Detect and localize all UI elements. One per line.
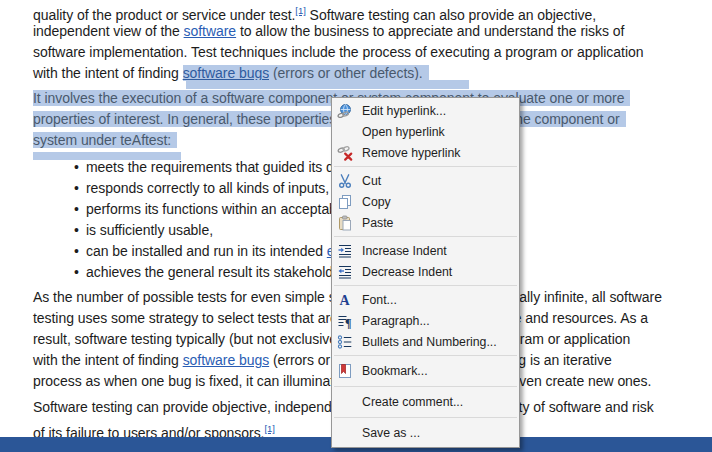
text-line: software implementation. Test techniques… bbox=[33, 42, 643, 63]
text-run: can be installed and run in its intended bbox=[86, 243, 327, 259]
menu-item-label: Open hyperlink bbox=[362, 125, 445, 139]
menu-item-label: Copy bbox=[362, 195, 391, 209]
menu-item-label: Save as ... bbox=[362, 426, 420, 440]
menu-item-paste[interactable]: Paste bbox=[332, 212, 519, 233]
text-line: independent view of the software to allo… bbox=[33, 21, 643, 42]
bullet-marker: • bbox=[74, 157, 79, 178]
decrease-indent-icon bbox=[337, 264, 353, 280]
menu-item-increase-indent[interactable]: Increase Indent bbox=[332, 240, 519, 261]
menu-item-cut[interactable]: Cut bbox=[332, 170, 519, 191]
hyperlink[interactable]: software bugs bbox=[183, 65, 270, 81]
menu-item-label: Bookmark... bbox=[362, 364, 428, 378]
footnote-link[interactable]: [1] bbox=[295, 5, 305, 16]
cut-icon bbox=[337, 173, 353, 189]
menu-item-label: Remove hyperlink bbox=[362, 146, 460, 160]
svg-text:A: A bbox=[340, 293, 351, 308]
menu-item-edit-hyperlink[interactable]: Edit hyperlink... bbox=[332, 100, 519, 121]
menu-item-label: Bullets and Numbering... bbox=[362, 335, 497, 349]
document-canvas: quality of the product or service under … bbox=[0, 0, 712, 452]
menu-separator bbox=[334, 285, 517, 286]
bullets-numbering-icon bbox=[337, 334, 353, 350]
menu-item-paragraph[interactable]: ¶Paragraph... bbox=[332, 310, 519, 331]
paste-icon bbox=[337, 215, 353, 231]
selected-text: system under teAftest: bbox=[33, 132, 177, 148]
hyperlink[interactable]: software bbox=[184, 23, 237, 39]
text-run: to allow the business to appreciate and … bbox=[236, 23, 624, 39]
remove-hyperlink-icon bbox=[337, 145, 353, 161]
bullet-marker: • bbox=[74, 262, 79, 283]
menu-item-bullets-and-numbering[interactable]: Bullets and Numbering... bbox=[332, 331, 519, 352]
bookmark-icon bbox=[337, 363, 353, 379]
menu-item-save-as[interactable]: Save as ... bbox=[332, 421, 519, 445]
paragraph-icon: ¶ bbox=[337, 313, 353, 329]
text-run: with the intent of finding bbox=[33, 65, 183, 81]
paragraph: quality of the product or service under … bbox=[33, 0, 643, 84]
svg-text:¶: ¶ bbox=[345, 316, 351, 329]
copy-icon bbox=[337, 194, 353, 210]
menu-item-bookmark[interactable]: Bookmark... bbox=[332, 359, 519, 383]
footnote-link[interactable]: [1] bbox=[264, 423, 274, 434]
text-run: software implementation. Test techniques… bbox=[33, 44, 643, 60]
selected-text: properties of interest. In general, thes… bbox=[33, 111, 626, 127]
selection-highlight-band bbox=[33, 152, 181, 160]
text-run: independent view of the bbox=[33, 23, 184, 39]
context-menu: Edit hyperlink...Open hyperlinkRemove hy… bbox=[331, 97, 520, 448]
menu-item-create-comment[interactable]: Create comment... bbox=[332, 390, 519, 414]
increase-indent-icon bbox=[337, 243, 353, 259]
bullet-marker: • bbox=[74, 199, 79, 220]
menu-item-decrease-indent[interactable]: Decrease Indent bbox=[332, 261, 519, 282]
text-run: with the intent of finding bbox=[33, 352, 183, 368]
hyperlink[interactable]: software bugs bbox=[183, 352, 270, 368]
menu-separator bbox=[334, 236, 517, 237]
menu-item-label: Create comment... bbox=[362, 395, 463, 409]
menu-item-label: Increase Indent bbox=[362, 244, 447, 258]
text-line: quality of the product or service under … bbox=[33, 0, 643, 21]
menu-separator bbox=[334, 417, 517, 418]
menu-item-label: Cut bbox=[362, 174, 381, 188]
menu-item-label: Edit hyperlink... bbox=[362, 104, 446, 118]
menu-item-label: Font... bbox=[362, 293, 397, 307]
bullet-marker: • bbox=[74, 220, 79, 241]
menu-item-label: Paste bbox=[362, 216, 393, 230]
icon-spacer bbox=[337, 124, 353, 140]
menu-separator bbox=[334, 355, 517, 356]
menu-item-font[interactable]: AFont... bbox=[332, 289, 519, 310]
selected-text: (errors or other defects). bbox=[269, 65, 428, 81]
menu-item-remove-hyperlink[interactable]: Remove hyperlink bbox=[332, 142, 519, 163]
icon-spacer bbox=[337, 425, 353, 441]
menu-item-open-hyperlink[interactable]: Open hyperlink bbox=[332, 121, 519, 142]
menu-item-label: Decrease Indent bbox=[362, 265, 452, 279]
font-icon: A bbox=[337, 292, 353, 308]
menu-separator bbox=[334, 386, 517, 387]
menu-item-copy[interactable]: Copy bbox=[332, 191, 519, 212]
text-run: is sufficiently usable, bbox=[86, 222, 213, 238]
selection-highlight-band bbox=[186, 80, 469, 89]
icon-spacer bbox=[337, 394, 353, 410]
bullet-marker: • bbox=[74, 178, 79, 199]
menu-separator bbox=[334, 166, 517, 167]
menu-item-label: Paragraph... bbox=[362, 314, 430, 328]
text-run: responds correctly to all kinds of input… bbox=[86, 180, 329, 196]
bullet-marker: • bbox=[74, 241, 79, 262]
edit-hyperlink-icon bbox=[337, 103, 353, 119]
